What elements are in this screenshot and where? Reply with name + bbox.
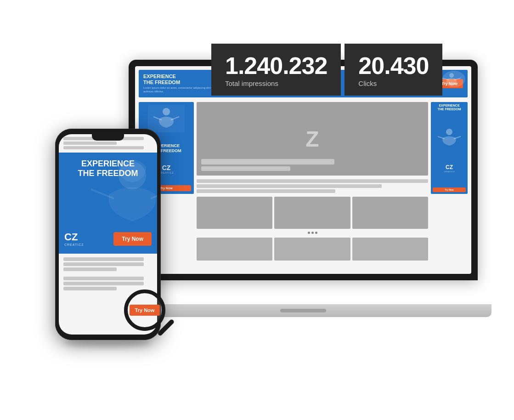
impressions-card: 1.240.232 Total impressions (211, 44, 341, 96)
right-ad-cta-button[interactable]: Try Now (433, 187, 466, 192)
laptop-screen-inner: EXPERIENCE THE FREEDOM Lorem ipsum dolor… (135, 66, 471, 274)
phone-logo-brand: CREATICZ (64, 243, 84, 246)
bottom-row (197, 238, 428, 261)
magnifier: Try Now (124, 289, 179, 345)
screen-content: EXPERIENCE THE FREEDOM Lorem ipsum dolor… (135, 66, 471, 274)
svg-point-8 (446, 129, 452, 135)
small-grid (197, 197, 428, 229)
svg-point-1 (449, 73, 454, 78)
left-ad-logo-area: CZ CREATICZ (159, 164, 174, 174)
center-large-placeholder: Z (197, 102, 428, 176)
phone-ad-bottom: CZ CREATICZ Try Now (64, 231, 152, 246)
magnifier-cta-label: Try Now (130, 305, 160, 316)
bottom-placeholder-2 (274, 238, 350, 261)
right-ad-title: EXPERIENCE THE FREEDOM (438, 104, 461, 112)
placeholder-z-icon: Z (305, 126, 319, 152)
phone-ad-logo-area: CZ CREATICZ (64, 231, 84, 246)
dot-2 (311, 232, 314, 234)
main-area: EXPERIENCE THE FREEDOM CZ CREATICZ Try N… (135, 100, 471, 274)
phone: EXPERIENCE THE FREEDOM CZ CREATICZ Try N… (55, 129, 161, 340)
center-content: Z (197, 102, 428, 272)
phone-cta-button[interactable]: Try Now (113, 232, 152, 246)
left-ad-skydiver (148, 105, 185, 132)
right-ad-logo-area: CZ CREATICZ (444, 164, 455, 173)
clicks-label: Clicks (358, 79, 429, 87)
right-sidebar-ad: EXPERIENCE THE FREEDOM CZ (431, 102, 468, 194)
small-placeholder-2 (274, 197, 350, 229)
small-placeholder-3 (352, 197, 428, 229)
dot-3 (315, 232, 317, 234)
bottom-placeholder-1 (197, 238, 272, 261)
laptop: EXPERIENCE THE FREEDOM Lorem ipsum dolor… (129, 60, 487, 317)
impressions-value: 1.240.232 (225, 54, 327, 78)
phone-logo-cz: CZ (64, 231, 78, 243)
clicks-card: 20.430 Clicks (345, 44, 442, 96)
magnifier-glass: Try Now (124, 289, 165, 331)
phone-notch (92, 134, 124, 141)
impressions-label: Total impressions (225, 79, 327, 87)
phone-main-ad: EXPERIENCE THE FREEDOM CZ CREATICZ Try N… (59, 153, 157, 254)
dots-row (197, 231, 428, 235)
clicks-value: 20.430 (358, 54, 429, 78)
scene: 1.240.232 Total impressions 20.430 Click… (0, 0, 514, 420)
phone-ad-title: EXPERIENCE THE FREEDOM (78, 159, 138, 178)
right-ad-skydiver (435, 126, 463, 149)
svg-point-5 (163, 108, 170, 115)
dot-1 (308, 232, 310, 234)
center-bars (201, 159, 424, 171)
small-placeholder-1 (197, 197, 272, 229)
bottom-placeholder-3 (352, 238, 428, 261)
content-bars (197, 177, 428, 195)
stats-container: 1.240.232 Total impressions 20.430 Click… (211, 44, 442, 96)
